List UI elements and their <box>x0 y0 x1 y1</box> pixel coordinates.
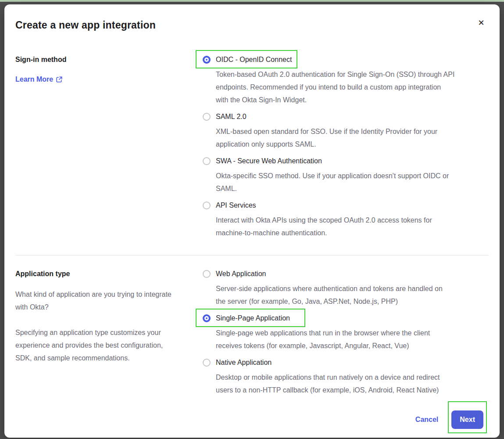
option-description: XML-based open standard for SSO. Use if … <box>216 125 489 151</box>
signin-option-oidc: OIDC - OpenID Connect Token-based OAuth … <box>203 54 489 106</box>
option-label[interactable]: API Services <box>216 200 256 211</box>
radio-unselected-icon[interactable] <box>203 359 211 367</box>
learn-more-label: Learn More <box>15 75 53 84</box>
radio-unselected-icon[interactable] <box>203 157 211 165</box>
close-icon[interactable]: ✕ <box>476 18 486 28</box>
modal-footer: Cancel Next <box>15 410 489 429</box>
next-button[interactable]: Next <box>451 410 483 429</box>
apptype-option-native: Native Application Desktop or mobile app… <box>203 357 489 396</box>
radio-selected-icon[interactable] <box>203 314 211 322</box>
cancel-button[interactable]: Cancel <box>415 414 438 425</box>
option-label[interactable]: SAML 2.0 <box>216 112 247 122</box>
section-divider <box>15 255 489 255</box>
radio-row-api-services[interactable]: API Services <box>203 200 489 211</box>
external-link-icon <box>56 76 62 83</box>
next-button-wrapper: Next <box>451 410 483 429</box>
application-type-heading: Application type <box>15 269 203 279</box>
option-description: Token-based OAuth 2.0 authentication for… <box>216 68 489 106</box>
option-label[interactable]: OIDC - OpenID Connect <box>216 54 292 65</box>
apptype-option-web: Web Application Server-side applications… <box>203 269 489 308</box>
radio-row-oidc[interactable]: OIDC - OpenID Connect <box>203 54 489 65</box>
signin-method-heading: Sign-in method <box>15 54 203 65</box>
radio-row-web-application[interactable]: Web Application <box>203 269 489 279</box>
option-description: Okta-specific SSO method. Use if your ap… <box>216 169 489 195</box>
create-app-integration-modal: ✕ Create a new app integration Sign-in m… <box>4 4 500 438</box>
option-description: Single-page web applications that run in… <box>216 327 489 352</box>
radio-row-single-page-application[interactable]: Single-Page Application <box>203 313 489 324</box>
option-label[interactable]: Single-Page Application <box>216 313 290 324</box>
signin-option-saml: SAML 2.0 XML-based open standard for SSO… <box>203 112 489 151</box>
application-type-helper-2: Specifying an application type customize… <box>15 326 203 364</box>
learn-more-link[interactable]: Learn More <box>15 75 62 84</box>
signin-method-section: Sign-in method Learn More OIDC - OpenID <box>15 54 489 239</box>
option-description: Desktop or mobile applications that run … <box>216 371 489 396</box>
radio-row-native-application[interactable]: Native Application <box>203 357 489 368</box>
option-description: Server-side applications where authentic… <box>216 282 489 308</box>
signin-option-api-services: API Services Interact with Okta APIs usi… <box>203 200 489 239</box>
option-label[interactable]: Web Application <box>216 269 266 279</box>
radio-unselected-icon[interactable] <box>203 202 211 209</box>
radio-selected-icon[interactable] <box>203 56 211 64</box>
signin-option-swa: SWA - Secure Web Authentication Okta-spe… <box>203 156 489 195</box>
radio-unselected-icon[interactable] <box>203 113 211 121</box>
application-type-helper-1: What kind of application are you trying … <box>15 288 203 313</box>
apptype-option-spa: Single-Page Application Single-page web … <box>203 313 489 352</box>
radio-row-saml[interactable]: SAML 2.0 <box>203 112 489 122</box>
option-label[interactable]: Native Application <box>216 357 272 368</box>
application-type-section: Application type What kind of applicatio… <box>15 269 489 396</box>
option-label[interactable]: SWA - Secure Web Authentication <box>216 156 322 166</box>
background-page-top-edge <box>0 0 504 2</box>
radio-unselected-icon[interactable] <box>203 270 211 278</box>
modal-title: Create a new app integration <box>15 18 489 32</box>
option-description: Interact with Okta APIs using the scoped… <box>216 214 489 239</box>
radio-row-swa[interactable]: SWA - Secure Web Authentication <box>203 156 489 166</box>
